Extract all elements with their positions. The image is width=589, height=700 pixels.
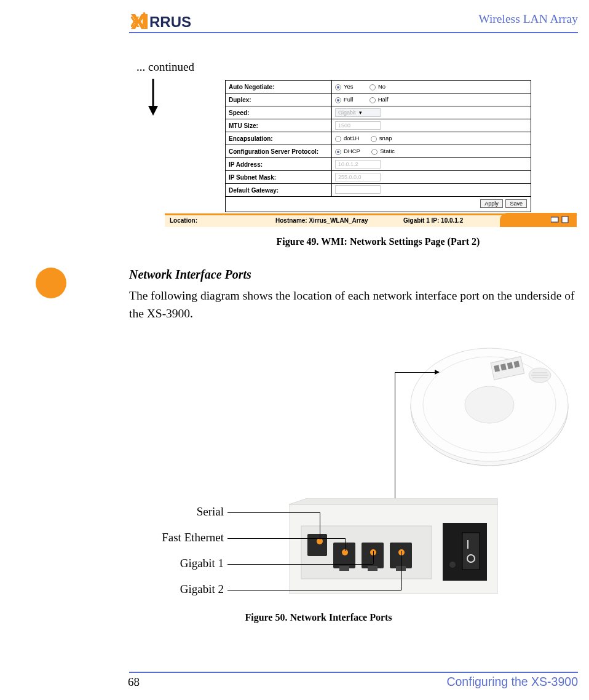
row-csp-value: DHCP Static — [332, 145, 531, 158]
figure-50-caption: Figure 50. Network Interface Ports — [196, 612, 441, 623]
hostname-label: Hostname: Xirrus_WLAN_Array — [275, 217, 368, 224]
wmi-settings-table: Auto Negotiate: Yes No Duplex: Full Half… — [225, 80, 531, 197]
leader-line — [227, 590, 401, 591]
brand-logo: RRUS X — [131, 12, 232, 31]
page-root: RRUS X Wireless LAN Array ... continued … — [0, 0, 589, 700]
radio-icon — [335, 84, 341, 90]
location-bar-tab — [500, 213, 577, 227]
svg-marker-24 — [289, 498, 498, 504]
apply-button: Apply — [480, 199, 503, 208]
row-mtu-label: MTU Size: — [226, 119, 332, 132]
radio-label: dot1H — [344, 135, 359, 141]
printer-icon — [551, 215, 571, 224]
row-ip-value: 10.0.1.2 — [332, 158, 531, 171]
radio-icon — [370, 97, 376, 103]
leader-line — [227, 564, 373, 565]
svg-text:X: X — [131, 14, 140, 30]
radio-icon — [371, 149, 378, 155]
mtu-field: 1500 — [335, 121, 381, 130]
location-label: Location: — [170, 217, 197, 224]
row-ip-label: IP Address: — [226, 158, 332, 171]
row-csp-label: Configuration Server Protocol: — [226, 145, 332, 158]
button-row: Apply Save — [225, 197, 531, 212]
svg-marker-7 — [148, 106, 158, 116]
ip-field: 10.0.1.2 — [335, 160, 381, 169]
row-speed-label: Speed: — [226, 106, 332, 119]
device-top-illustration — [398, 338, 571, 471]
gw-field — [335, 185, 381, 194]
radio-icon — [335, 136, 341, 142]
row-mask-label: IP Subnet Mask: — [226, 171, 332, 184]
svg-rect-34 — [462, 533, 480, 570]
svg-text:RRUS: RRUS — [149, 14, 191, 30]
leader-line — [320, 512, 320, 540]
row-mask-value: 255.0.0.0 — [332, 171, 531, 184]
section-heading: Network Interface Ports — [129, 268, 251, 282]
wmi-settings-figure: Auto Negotiate: Yes No Duplex: Full Half… — [165, 80, 577, 227]
port-label-fast-ethernet: Fast Ethernet — [136, 531, 224, 544]
radio-label: No — [378, 83, 385, 90]
radio-icon — [335, 149, 341, 155]
svg-rect-26 — [307, 534, 327, 556]
body-paragraph: The following diagram shows the location… — [129, 287, 578, 323]
continued-label: ... continued — [136, 60, 194, 74]
svg-point-5 — [143, 12, 146, 15]
leader-line — [373, 551, 374, 564]
ip-label: Gigabit 1 IP: 10.0.1.2 — [403, 217, 463, 224]
radio-icon — [335, 97, 341, 103]
header-title: Wireless LAN Array — [478, 12, 578, 26]
svg-point-37 — [449, 562, 456, 568]
figure-50-area: Serial Fast Ethernet Gigabit 1 Gigabit 2 — [129, 338, 577, 603]
svg-rect-29 — [390, 543, 412, 568]
row-duplex-label: Duplex: — [226, 93, 332, 106]
row-mtu-value: 1500 — [332, 119, 531, 132]
figure-49-caption: Figure 49. WMI: Network Settings Page (P… — [246, 236, 510, 247]
location-bar: Location: Hostname: Xirrus_WLAN_Array Gi… — [165, 213, 577, 227]
radio-label: Yes — [344, 83, 354, 90]
radio-label: Full — [344, 96, 353, 103]
port-label-gigabit2: Gigabit 2 — [160, 583, 224, 596]
down-arrow-icon — [146, 79, 160, 116]
arrowhead-icon — [435, 370, 440, 375]
radio-label: Static — [380, 148, 395, 154]
svg-rect-4 — [143, 15, 146, 27]
radio-label: Half — [378, 96, 389, 103]
row-gw-label: Default Gateway: — [226, 184, 332, 197]
svg-rect-31 — [368, 566, 378, 571]
leader-line — [401, 551, 402, 590]
save-button: Save — [505, 199, 527, 208]
mask-field: 255.0.0.0 — [335, 173, 381, 181]
radio-label: snap — [379, 135, 392, 141]
row-encap-value: dot1H snap — [332, 132, 531, 145]
port-label-gigabit1: Gigabit 1 — [160, 557, 224, 570]
svg-rect-9 — [562, 217, 568, 223]
row-duplex-value: Full Half — [332, 93, 531, 106]
device-ports-illustration — [289, 498, 498, 600]
footer-section-title: Configuring the XS-3900 — [446, 675, 578, 689]
header-rule — [129, 32, 578, 33]
row-auto-negotiate-label: Auto Negotiate: — [226, 81, 332, 93]
port-label-serial: Serial — [162, 505, 224, 519]
row-encap-label: Encapsulation: — [226, 132, 332, 145]
svg-rect-30 — [339, 566, 349, 571]
radio-icon — [371, 136, 377, 142]
row-auto-negotiate-value: Yes No — [332, 81, 531, 93]
row-gw-value — [332, 184, 531, 197]
radio-label: DHCP — [344, 148, 360, 154]
svg-rect-8 — [551, 217, 558, 222]
row-speed-value: Gigabit ▾ — [332, 106, 531, 119]
svg-rect-32 — [396, 566, 406, 571]
leader-line — [345, 538, 346, 551]
svg-point-13 — [465, 386, 514, 423]
leader-line — [227, 512, 320, 513]
page-number: 68 — [128, 675, 140, 689]
leader-line — [227, 538, 345, 539]
radio-icon — [370, 84, 376, 90]
callout-line — [395, 372, 437, 373]
section-bullet-icon — [36, 268, 66, 298]
speed-select: Gigabit ▾ — [335, 108, 381, 117]
footer-rule — [129, 672, 578, 673]
